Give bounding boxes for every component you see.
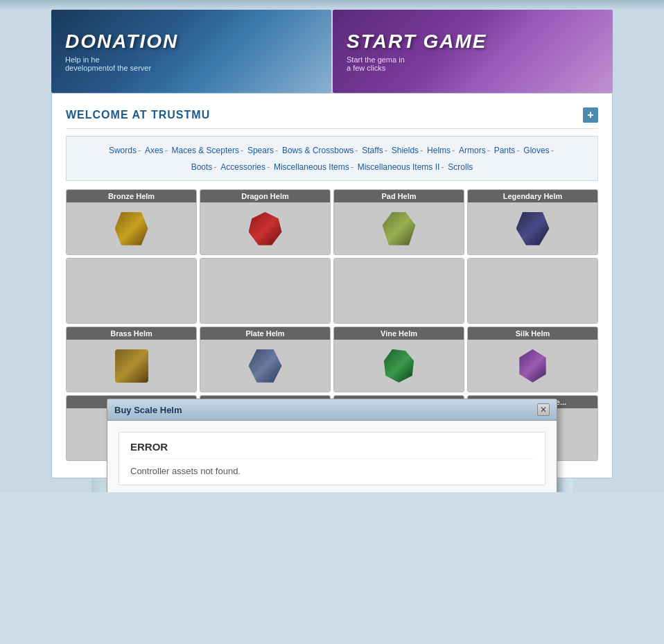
modal-body: ERROR Controller assets not found. [107,421,557,492]
item-label-silk-helm: Silk Helm [468,327,597,340]
plate-helm-icon [249,349,282,383]
startgame-subtitle: Start the gema in a few clicks [347,55,487,72]
donation-title: DONATION [65,31,178,53]
nav-misc-items[interactable]: Miscellaneous Items [274,162,349,172]
nav-maces[interactable]: Maces & Scepters [172,146,239,155]
banners-section: DONATION Help in he developmentof the se… [51,10,613,93]
page-layout: DONATION Help in he developmentof the se… [0,0,664,492]
item-cell-dragon-helm[interactable]: Dragon Helm [200,189,331,255]
brass-helm-icon [115,349,148,383]
item-img-dragon-helm [200,202,330,254]
item-cell-silk-helm[interactable]: Silk Helm [467,327,598,392]
item-cell-empty-1[interactable] [66,258,197,324]
item-cell-empty-4[interactable] [467,258,598,324]
nav-axes[interactable]: Axes [145,146,164,155]
items-grid-row3: Brass Helm Plate Helm Vine Helm Silk Hel… [66,327,598,392]
startgame-title: START GAME [347,31,487,53]
nav-armors[interactable]: Armors [459,146,486,155]
item-cell-pad-helm[interactable]: Pad Helm [333,189,464,255]
legendary-helm-icon [516,212,550,245]
error-box: ERROR Controller assets not found. [119,432,545,485]
nav-boots[interactable]: Boots [191,162,213,172]
nav-scrolls[interactable]: Scrolls [448,162,473,172]
item-label-plate-helm: Plate Helm [200,327,330,340]
item-cell-legendary-helm[interactable]: Legendary Helm [467,189,598,255]
items-grid-row1: Bronze Helm Dragon Helm Pad Helm Legenda… [66,189,598,255]
nav-shields[interactable]: Shields [392,146,419,155]
modal-header: Buy Scale Helm ✕ [107,399,557,421]
nav-spears[interactable]: Spears [247,146,274,155]
item-label-pad-helm: Pad Helm [334,190,464,202]
nav-pants[interactable]: Pants [494,146,516,155]
nav-gloves[interactable]: Gloves [523,146,549,155]
item-cell-empty-3[interactable] [333,258,464,324]
item-img-empty-2 [200,259,330,323]
item-label-dragon-helm: Dragon Helm [200,190,330,202]
modal-overlay: Buy Scale Helm ✕ ERROR Controller assets… [52,399,612,492]
nav-helms[interactable]: Helms [427,146,451,155]
item-label-brass-helm: Brass Helm [67,327,196,340]
item-img-bronze-helm [67,202,196,254]
item-cell-empty-2[interactable] [200,258,331,324]
main-content: WELCOME AT TRUSTMU + Swords- Axes- Maces… [51,93,613,478]
navigation-links: Swords- Axes- Maces & Scepters- Spears- … [66,136,598,181]
startgame-banner[interactable]: START GAME Start the gema in a few click… [333,10,613,93]
item-img-pad-helm [334,202,464,254]
item-img-silk-helm [468,340,597,392]
plus-button[interactable]: + [583,107,598,123]
nav-staffs[interactable]: Staffs [362,146,383,155]
item-cell-bronze-helm[interactable]: Bronze Helm [66,189,197,255]
item-cell-brass-helm[interactable]: Brass Helm [66,327,197,392]
item-img-plate-helm [200,340,330,392]
nav-accessories[interactable]: Accessories [220,162,265,172]
error-title: ERROR [130,441,534,459]
item-label-bronze-helm: Bronze Helm [67,190,196,202]
item-img-empty-1 [67,259,196,323]
donation-banner[interactable]: DONATION Help in he developmentof the se… [51,10,331,93]
item-cell-vine-helm[interactable]: Vine Helm [333,327,464,392]
error-message: Controller assets not found. [130,466,534,476]
pad-helm-icon [383,212,416,245]
vine-helm-icon [383,349,416,383]
item-img-empty-3 [334,259,464,323]
donation-subtitle: Help in he developmentof the server [65,55,178,72]
buy-scale-helm-modal: Buy Scale Helm ✕ ERROR Controller assets… [107,399,557,492]
item-img-brass-helm [67,340,196,392]
modal-close-button[interactable]: ✕ [537,403,550,416]
welcome-header: WELCOME AT TRUSTMU + [66,101,598,129]
items-grid-row2 [66,258,598,324]
item-label-legendary-helm: Legendary Helm [468,190,597,202]
item-cell-plate-helm[interactable]: Plate Helm [200,327,331,392]
silk-helm-icon [516,349,550,383]
nav-swords[interactable]: Swords [109,146,137,155]
page-title: WELCOME AT TRUSTMU [66,109,210,121]
top-banner-strip [0,0,664,10]
nav-bows[interactable]: Bows & Crossbows [282,146,353,155]
item-label-vine-helm: Vine Helm [334,327,464,340]
modal-title: Buy Scale Helm [114,405,182,415]
item-img-vine-helm [334,340,464,392]
nav-misc-items2[interactable]: Miscellaneous Items II [358,162,440,172]
item-img-empty-4 [468,259,597,323]
item-img-legendary-helm [468,202,597,254]
bronze-helm-icon [115,212,148,245]
dragon-helm-icon [249,212,282,245]
